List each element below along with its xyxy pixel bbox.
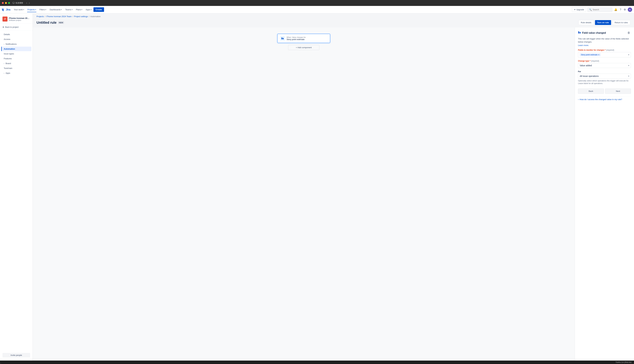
jira-logo[interactable]: Jira [2, 8, 10, 11]
search-box[interactable]: 🔍 [587, 8, 612, 12]
delete-rule-button[interactable]: 🗑 [627, 30, 631, 35]
topnav: Jira Your work ▾ Projects ▾ Filters ▾ [0, 6, 634, 14]
panel-title-icon [578, 31, 581, 34]
window-title: 私密瀏覽 [12, 2, 23, 4]
breadcrumb: Projects / iThome Ironman 2024 Team / Pr… [33, 14, 634, 19]
sidebar-item-notifications[interactable]: › Notifications [1, 42, 31, 46]
sidebar-item-access[interactable]: Access [1, 37, 31, 42]
breadcrumb-settings[interactable]: Project settings [74, 15, 88, 18]
trigger-value: Story point estimate [286, 38, 327, 40]
chevron-down-icon-3: ▾ [628, 75, 629, 77]
page-header: Untitled rule NEW Rule details Turn on r… [33, 19, 634, 28]
content-area: Projects / iThome Ironman 2024 Team / Pr… [33, 14, 634, 360]
notifications-button[interactable]: 🔔 [614, 8, 618, 12]
expand-icon: › [4, 43, 4, 45]
page-actions: Rule details Turn on rule Return to rule… [578, 20, 630, 25]
svg-rect-4 [283, 38, 284, 39]
back-to-project-button[interactable]: ⊕ Back to project [0, 25, 32, 29]
nav-teams[interactable]: Teams ▾ [64, 7, 74, 12]
svg-rect-7 [580, 32, 581, 34]
field-tag: Story point estimate × [580, 53, 600, 56]
back-button[interactable]: ‹ [26, 1, 28, 5]
accordion: › How do I access the changed value in m… [578, 96, 631, 100]
help-button[interactable]: ? [619, 8, 622, 12]
panel-title-text: Field value changed [582, 32, 606, 34]
project-header: iT iThome Ironman 2024 ... Software proj… [0, 15, 32, 24]
invite-people-button[interactable]: Invite people [2, 353, 30, 358]
canvas: When: Value changes for Story point esti… [33, 28, 575, 360]
status-bar: Yuehu Lin (fntsr.tw) [0, 360, 634, 364]
rule-details-button[interactable]: Rule details [578, 20, 594, 25]
chevron-down-icon-2: ▾ [628, 64, 629, 66]
for-value: All issue operations [580, 75, 598, 77]
sidebar-item-details[interactable]: Details [1, 32, 31, 37]
upgrade-icon: ✦ [574, 8, 576, 11]
sidebar-item-automation[interactable]: Automation [1, 47, 31, 51]
search-icon: 🔍 [589, 8, 592, 11]
back-button-panel[interactable]: Back [578, 88, 604, 94]
panel-actions: Back Next [578, 88, 631, 94]
forward-button[interactable]: › [28, 1, 30, 5]
nav-plans[interactable]: Plans ▾ [74, 7, 84, 12]
change-type-value: Value added [580, 64, 592, 67]
nav-right: ✦ Upgrade 🔍 🔔 ? ⚙ YL [572, 7, 632, 12]
trash-icon: 🗑 [628, 31, 630, 34]
chevron-right-icon: › [578, 98, 578, 100]
sidebar-item-issue-types[interactable]: Issue types [1, 52, 31, 56]
for-select[interactable]: All issue operations ▾ [578, 74, 631, 78]
panel-header: Field value changed 🗑 [578, 30, 631, 35]
expand-icon: › [4, 62, 4, 64]
change-type-select[interactable]: Value added ▾ [578, 63, 631, 68]
breadcrumb-projects[interactable]: Projects [36, 15, 44, 18]
avatar[interactable]: YL [628, 8, 632, 12]
sidebar-item-apps[interactable]: › Apps [1, 71, 31, 75]
for-group: For All issue operations ▾ Optionally se… [578, 70, 631, 85]
project-icon: iT [2, 16, 8, 22]
maximize-window-button[interactable] [8, 2, 10, 4]
search-input[interactable] [593, 8, 610, 11]
minimize-window-button[interactable] [5, 2, 7, 4]
add-component-button[interactable]: + Add component [288, 45, 319, 50]
right-panel: Field value changed 🗑 This rule will tri… [575, 28, 634, 360]
page-title: Untitled rule [36, 20, 56, 25]
for-hint: Optionally select which operations this … [578, 80, 631, 85]
titlebar-nav: ‹ › [26, 1, 30, 5]
svg-rect-0 [13, 2, 14, 4]
sidebar-item-board[interactable]: › Board [1, 61, 31, 66]
upgrade-button[interactable]: ✦ Upgrade [572, 7, 586, 12]
status-user: Yuehu Lin (fntsr.tw) [616, 361, 632, 364]
turn-on-rule-button[interactable]: Turn on rule [595, 20, 611, 25]
svg-rect-3 [282, 38, 282, 39]
panel-description: This rule will trigger when the value of… [578, 37, 631, 43]
expand-icon: › [4, 72, 4, 74]
fields-label: Fields to monitor for changes * (require… [578, 49, 631, 51]
project-type: Software project [9, 19, 30, 21]
fields-select[interactable]: Story point estimate × ▾ [578, 52, 631, 58]
nav-dashboards[interactable]: Dashboards ▾ [48, 7, 63, 12]
accordion-header[interactable]: › How do I access the changed value in m… [578, 98, 631, 100]
trigger-block[interactable]: When: Value changes for Story point esti… [277, 34, 330, 43]
settings-button[interactable]: ⚙ [623, 8, 626, 12]
learn-more-link[interactable]: Learn more. [578, 44, 589, 46]
main-layout: iT iThome Ironman 2024 ... Software proj… [0, 14, 634, 360]
new-badge: NEW [58, 21, 64, 24]
nav-filters[interactable]: Filters ▾ [38, 7, 48, 12]
nav-your-work[interactable]: Your work ▾ [12, 7, 26, 12]
nav-items: Your work ▾ Projects ▾ Filters ▾ Dashboa… [12, 7, 571, 12]
sidebar-item-toolchain[interactable]: Toolchain [1, 66, 31, 70]
chevron-down-icon: ▾ [628, 54, 629, 56]
sidebar-item-features[interactable]: Features [1, 56, 31, 61]
project-name: iThome Ironman 2024 ... [9, 17, 30, 19]
breadcrumb-project[interactable]: iThome Ironman 2024 Team [46, 15, 72, 18]
canvas-inner: When: Value changes for Story point esti… [277, 34, 330, 50]
back-icon: ⊕ [2, 26, 4, 28]
nav-projects[interactable]: Projects ▾ [26, 7, 38, 12]
return-to-rules-button[interactable]: Return to rules [612, 20, 630, 25]
create-button[interactable]: Create [94, 7, 104, 12]
breadcrumb-current: Automation [90, 15, 100, 18]
next-button-panel[interactable]: Next [605, 88, 631, 94]
close-window-button[interactable] [2, 2, 4, 4]
nav-apps[interactable]: Apps ▾ [84, 7, 93, 12]
remove-tag-button[interactable]: × [598, 54, 599, 56]
change-type-group: Change type * (required) Value added ▾ [578, 60, 631, 68]
